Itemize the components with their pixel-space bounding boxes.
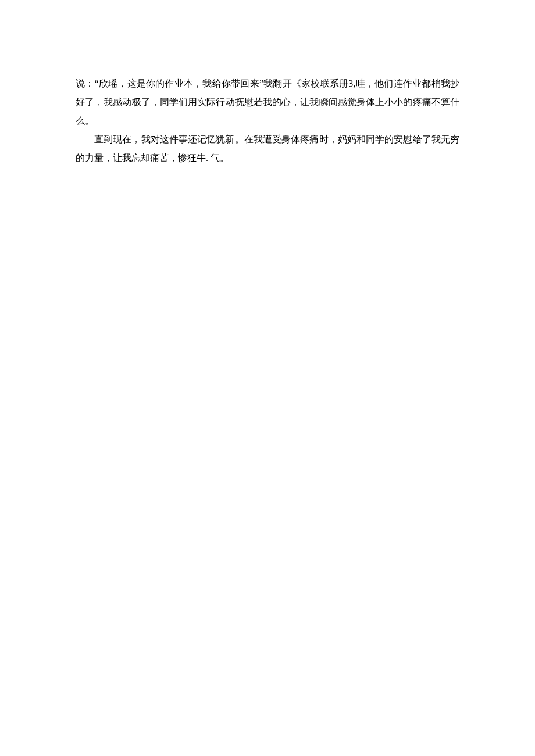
paragraph-1: 说：“欣瑶，这是你的作业本，我给你带回来”我翻开《家校联系册3,哇，他们连作业都… [76,74,459,130]
paragraph-2: 直到现在，我对这件事还记忆犹新。在我遭受身体疼痛时，妈妈和同学的安慰给了我无穷的… [76,130,459,167]
document-body: 说：“欣瑶，这是你的作业本，我给你带回来”我翻开《家校联系册3,哇，他们连作业都… [76,74,459,167]
